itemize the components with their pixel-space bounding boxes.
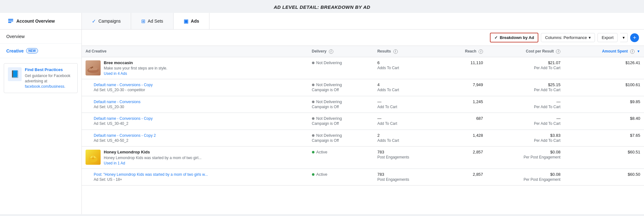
delivery-cell: Active: [308, 169, 374, 186]
status-dot: [312, 84, 314, 86]
reach-value: 1,428: [473, 133, 483, 138]
export-dropdown-button[interactable]: ▾: [620, 33, 628, 42]
ad-link[interactable]: Used in 4 Ads: [104, 71, 127, 76]
cost-main: $0.08: [491, 172, 560, 177]
ad-thumbnail: [86, 60, 101, 75]
account-overview-label: Account Overview: [16, 19, 55, 24]
amount-value: $60.51: [628, 150, 640, 154]
table-row: Post: "Honey Lemondrop Kids was started …: [82, 169, 644, 186]
amount-cell: $9.85: [564, 96, 644, 113]
ad-desc: Make sure your first steps are in style.: [104, 66, 167, 71]
amount-sort-icon[interactable]: ▼: [637, 49, 640, 53]
ad-set: Ad Set: US_20-30: [94, 105, 141, 110]
ad-name: Bree moccasin: [104, 60, 167, 66]
reach-cell: 11,110: [442, 57, 487, 79]
reach-cell: 2,857: [442, 147, 487, 169]
delivery-sub: Campaign is Off: [312, 88, 370, 92]
export-button[interactable]: Export: [597, 33, 618, 42]
cost-sub: Per Add To Cart: [491, 105, 560, 109]
ads-table: Ad Creative Delivery i Results i Reach: [82, 46, 644, 186]
ad-creative-cell: Honey Lemondrop Kids Honey Lemondrop Kid…: [82, 147, 308, 169]
ad-set: Ad Set: US_30-40_2: [94, 121, 153, 126]
account-icon: [8, 18, 14, 24]
results-type: Adds To Cart: [377, 88, 438, 92]
export-label: Export: [602, 35, 613, 40]
toolbar: ✓ Breakdown by Ad Columns: Performance ▾…: [82, 30, 644, 46]
promo-link[interactable]: facebook.com/business.: [25, 84, 65, 89]
cost-cell: — Per Add To Cart: [487, 96, 564, 113]
columns-button[interactable]: Columns: Performance ▾: [541, 33, 595, 42]
svg-point-4: [91, 67, 92, 69]
sidebar-item-creative[interactable]: Creative NEW: [0, 44, 81, 58]
ad-name-link[interactable]: Default name - Conversions - Copy 2: [94, 133, 156, 138]
ad-creative-cell: Default name - Conversions - Copy Ad Set…: [82, 113, 308, 130]
results-type: Post Engagements: [377, 155, 438, 159]
amount-cell: $60.50: [564, 169, 644, 186]
tab-ad-sets[interactable]: ⊞ Ad Sets: [131, 13, 174, 29]
reach-cell: 2,857: [442, 169, 487, 186]
sidebar-item-overview[interactable]: Overview: [0, 30, 81, 44]
ads-label: Ads: [191, 19, 199, 24]
amount-value: $8.40: [630, 116, 640, 121]
ad-info: Honey Lemondrop Kids Honey Lemondrop Kid…: [104, 150, 202, 165]
results-cell: 6 Adds To Cart: [374, 57, 442, 79]
cost-sub: Per Add To Cart: [491, 88, 560, 92]
results-count: 6: [377, 60, 438, 65]
add-column-button[interactable]: +: [630, 33, 639, 42]
svg-rect-0: [8, 19, 13, 20]
col-header-reach: Reach i: [442, 46, 487, 57]
breakdown-by-ad-button[interactable]: ✓ Breakdown by Ad: [490, 33, 538, 42]
ad-name-link[interactable]: Default name - Conversions: [94, 100, 141, 104]
ad-link[interactable]: Used in 1 Ad: [104, 161, 125, 165]
ad-name-link[interactable]: Post: "Honey Lemondrop Kids was started …: [94, 172, 208, 177]
ad-set: Ad Set: US - 18+: [94, 177, 208, 182]
reach-cell: 687: [442, 113, 487, 130]
cost-info-icon[interactable]: i: [556, 49, 560, 54]
results-count: —: [377, 116, 438, 121]
ad-name-link[interactable]: Default name - Conversions - Copy: [94, 83, 153, 87]
delivery-cell: Not Delivering Campaign is Off: [308, 79, 374, 96]
ad-info: Bree moccasin Make sure your first steps…: [104, 60, 167, 76]
table-row: Bree moccasin Make sure your first steps…: [82, 57, 644, 79]
tab-ads[interactable]: ▣ Ads: [174, 13, 209, 29]
amount-value: $7.65: [630, 133, 640, 138]
creative-badge: NEW: [26, 48, 38, 53]
promo-title: Find Best Practices: [25, 67, 74, 72]
amount-value: $9.85: [630, 99, 640, 104]
reach-info-icon[interactable]: i: [479, 49, 483, 54]
ad-name-link[interactable]: Default name - Conversions - Copy: [94, 116, 153, 121]
reach-value: 2,857: [473, 172, 483, 177]
cost-sub: Per Post Engagement: [491, 155, 560, 159]
promo-icon: 📘: [8, 67, 22, 81]
delivery-cell: Not Delivering Campaign is Off: [308, 96, 374, 113]
results-count: 4: [377, 82, 438, 87]
amount-info-icon[interactable]: i: [630, 49, 635, 54]
table-row: Default name - Conversions - Copy Ad Set…: [82, 113, 644, 130]
amount-cell: $7.65: [564, 130, 644, 147]
ad-info: Default name - Conversions Ad Set: US_20…: [94, 99, 141, 110]
creative-label: Creative: [6, 48, 24, 53]
svg-point-5: [92, 67, 93, 68]
cost-main: —: [491, 116, 560, 121]
chevron-down-icon: ▾: [589, 35, 591, 40]
results-type: Add To Cart: [377, 121, 438, 126]
cost-cell: $3.83 Per Add To Cart: [487, 130, 564, 147]
results-info-icon[interactable]: i: [393, 49, 398, 54]
sidebar-promo: 📘 Find Best Practices Get guidance for F…: [4, 63, 78, 93]
results-count: 2: [377, 133, 438, 138]
col-header-results: Results i: [374, 46, 442, 57]
amount-cell: $100.61: [564, 79, 644, 96]
amount-value: $100.61: [625, 82, 640, 87]
delivery-info-icon[interactable]: i: [329, 49, 333, 54]
tab-campaigns[interactable]: ✓ Campaigns: [82, 13, 131, 29]
ad-desc: Honey Lemondrop Kids was started by a mo…: [104, 156, 202, 161]
ad-sets-label: Ad Sets: [148, 19, 163, 24]
cost-cell: $0.08 Per Post Engagement: [487, 169, 564, 186]
ad-creative-cell: Bree moccasin Make sure your first steps…: [82, 57, 308, 79]
check-icon: ✓: [494, 35, 498, 40]
ad-name: Honey Lemondrop Kids: [104, 150, 202, 155]
ad-info: Default name - Conversions - Copy 2 Ad S…: [94, 133, 156, 143]
delivery-sub: Campaign is Off: [312, 138, 370, 143]
reach-value: 7,949: [473, 82, 483, 87]
account-overview-tab[interactable]: Account Overview: [0, 13, 82, 29]
